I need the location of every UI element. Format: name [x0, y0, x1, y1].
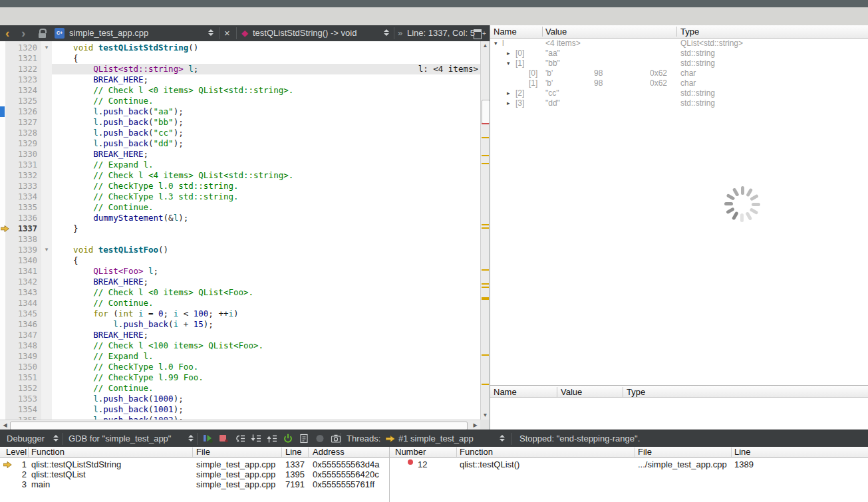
dropdown-spinner-icon[interactable] — [188, 435, 194, 441]
debugger-menu-dropdown[interactable]: Debugger — [7, 430, 45, 447]
code-text[interactable]: // Expand l. — [52, 351, 480, 362]
bp-column-line[interactable]: Line — [734, 447, 751, 457]
line-number[interactable]: 1337 — [5, 223, 37, 234]
code-line-1322[interactable]: 1322 QList<std::string> l;l: <4 items> — [0, 64, 480, 74]
fold-marker-icon[interactable]: ▾ — [41, 43, 52, 53]
column-header-type[interactable]: Type — [680, 25, 699, 38]
line-number[interactable]: 1334 — [5, 191, 37, 202]
step-over-icon[interactable] — [233, 432, 247, 445]
stack-column-line[interactable]: Line — [285, 447, 302, 457]
locals-tree-row[interactable]: [1]'b'980x62char — [490, 78, 868, 88]
line-number[interactable]: 1339 — [5, 245, 37, 255]
code-text[interactable]: // CheckType l.0 std::string. — [52, 181, 480, 191]
expand-icon[interactable]: ▸ — [507, 98, 510, 108]
code-text[interactable]: // CheckType l.3 std::string. — [52, 191, 480, 202]
code-line-1342[interactable]: 1342 BREAK_HERE; — [0, 277, 480, 287]
code-text[interactable]: QList<std::string> l;l: <4 items> — [52, 64, 480, 74]
code-line-1336[interactable]: 1336 dummyStatement(&l); — [0, 213, 480, 223]
code-text[interactable]: l.push_back(i + 15); — [52, 319, 480, 330]
line-number[interactable]: 1352 — [5, 383, 37, 394]
bottom-views-splitter[interactable] — [389, 447, 390, 502]
scroll-up-icon[interactable]: ▲ — [481, 41, 490, 50]
code-text[interactable]: void testQListFoo() — [52, 245, 480, 255]
line-number[interactable]: 1353 — [5, 394, 37, 404]
line-number[interactable]: 1343 — [5, 287, 37, 298]
code-line-1341[interactable]: 1341 QList<Foo> l; — [0, 266, 480, 277]
collapse-icon[interactable]: ▾ — [507, 59, 510, 68]
code-line-1344[interactable]: 1344 // Continue. — [0, 298, 480, 309]
line-number[interactable]: 1333 — [5, 181, 37, 191]
code-line-1353[interactable]: 1353 l.push_back(1000); — [0, 394, 480, 404]
column-header-value[interactable]: Value — [561, 386, 582, 397]
line-number[interactable]: 1355 — [5, 415, 37, 420]
code-line-1339[interactable]: 1339▾ void testQListFoo() — [0, 245, 480, 255]
code-line-1329[interactable]: 1329 l.push_back("dd"); — [0, 138, 480, 149]
code-line-1333[interactable]: 1333 // CheckType l.0 std::string. — [0, 181, 480, 191]
code-line-1327[interactable]: 1327 l.push_back("bb"); — [0, 117, 480, 128]
expressions-view[interactable]: Name Value Type — [490, 385, 868, 430]
line-number[interactable]: 1346 — [5, 319, 37, 330]
code-line-1346[interactable]: 1346 l.push_back(i + 15); — [0, 319, 480, 330]
code-line-1338[interactable]: 1338 — [0, 234, 480, 245]
split-editor-button[interactable]: + — [474, 29, 486, 39]
open-document-dropdown[interactable]: simple_test_app.cpp — [69, 25, 148, 41]
back-button[interactable]: ‹ — [5, 25, 9, 41]
engine-dropdown[interactable]: GDB for "simple_test_app" — [69, 430, 171, 447]
line-number[interactable]: 1322 — [5, 64, 37, 74]
dropdown-spinner-icon[interactable] — [208, 29, 214, 36]
expand-icon[interactable]: ▸ — [507, 88, 510, 98]
forward-button[interactable]: › — [21, 25, 25, 41]
code-text[interactable]: // Check l <0 items> QList<Foo>. — [52, 287, 480, 298]
code-line-1352[interactable]: 1352 // Continue. — [0, 383, 480, 394]
record-icon[interactable] — [313, 432, 327, 445]
line-number[interactable]: 1350 — [5, 362, 37, 372]
stack-column-level[interactable]: Level — [6, 447, 27, 457]
code-text[interactable]: l.push_back("dd"); — [52, 138, 480, 149]
bp-column-function[interactable]: Function — [460, 447, 493, 457]
code-text[interactable]: BREAK_HERE; — [52, 330, 480, 340]
code-text[interactable]: // CheckType l.99 Foo. — [52, 372, 480, 383]
dropdown-spinner-icon[interactable] — [500, 435, 506, 441]
code-editor[interactable]: 1320▾ void testQListStdString()1321 {132… — [0, 41, 480, 420]
line-number[interactable]: 1324 — [5, 85, 37, 96]
code-line-1331[interactable]: 1331 // Expand l. — [0, 160, 480, 170]
stack-column-file[interactable]: File — [196, 447, 210, 457]
code-text[interactable]: // Check l <4 items> QList<std::string>. — [52, 170, 480, 181]
scroll-down-icon[interactable]: ▼ — [481, 411, 490, 420]
close-document-button[interactable]: × — [224, 25, 230, 41]
code-text[interactable]: BREAK_HERE; — [52, 74, 480, 85]
line-number[interactable]: 1336 — [5, 213, 37, 223]
code-line-1348[interactable]: 1348 // Check l <100 items> QList<Foo>. — [0, 340, 480, 351]
code-text[interactable]: { — [52, 255, 480, 266]
code-line-1325[interactable]: 1325 // Continue. — [0, 96, 480, 106]
code-line-1320[interactable]: 1320▾ void testQListStdString() — [0, 43, 480, 53]
code-text[interactable]: // Continue. — [52, 383, 480, 394]
line-number[interactable]: 1349 — [5, 351, 37, 362]
collapse-icon[interactable]: ▾ — [494, 39, 498, 49]
line-number[interactable]: 1331 — [5, 160, 37, 170]
code-text[interactable] — [52, 234, 480, 245]
breakpoint-row[interactable]: 12qlist::testQList().../simple_test_app.… — [0, 459, 868, 469]
line-number[interactable]: 1347 — [5, 330, 37, 340]
line-number[interactable]: 1321 — [5, 53, 37, 64]
scroll-right-icon[interactable]: ▶ — [471, 421, 480, 430]
code-line-1337[interactable]: 1337 } — [0, 223, 480, 234]
step-out-icon[interactable] — [265, 432, 279, 445]
continue-icon[interactable] — [202, 432, 215, 445]
line-number[interactable]: 1338 — [5, 234, 37, 245]
line-number[interactable]: 1320 — [5, 43, 37, 53]
code-text[interactable]: { — [52, 53, 480, 64]
line-number[interactable]: 1329 — [5, 138, 37, 149]
locals-tree-row[interactable]: ▸[3]"dd"std::string — [490, 98, 868, 108]
dropdown-spinner-icon[interactable] — [384, 29, 390, 36]
code-line-1326[interactable]: 1326 l.push_back("aa"); — [0, 106, 480, 117]
code-text[interactable]: l.push_back("bb"); — [52, 117, 480, 128]
code-line-1335[interactable]: 1335 // Continue. — [0, 202, 480, 213]
code-text[interactable]: l.push_back("cc"); — [52, 128, 480, 138]
code-text[interactable]: l.push_back(1002); — [52, 415, 480, 420]
code-line-1323[interactable]: 1323 BREAK_HERE; — [0, 74, 480, 85]
stack-frame-row[interactable]: 2qlist::testQListsimple_test_app.cpp1395… — [0, 469, 868, 479]
line-number[interactable]: 1326 — [5, 106, 37, 117]
line-number[interactable]: 1344 — [5, 298, 37, 309]
line-number[interactable]: 1341 — [5, 266, 37, 277]
